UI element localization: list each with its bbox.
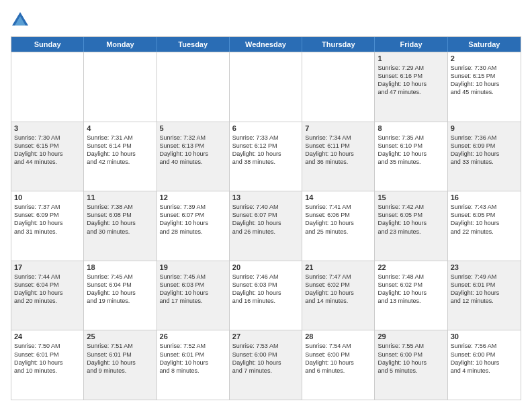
cell-info: Sunrise: 7:41 AMSunset: 6:06 PMDaylight:… [305,203,371,236]
day-cell-6: 6Sunrise: 7:33 AMSunset: 6:12 PMDaylight… [230,122,302,191]
header-day-thursday: Thursday [302,37,375,52]
cell-info: Sunrise: 7:45 AMSunset: 6:03 PMDaylight:… [160,273,226,306]
empty-cell [11,52,84,122]
day-cell-22: 22Sunrise: 7:48 AMSunset: 6:02 PMDayligh… [375,261,447,330]
calendar-row-0: 1Sunrise: 7:29 AMSunset: 6:16 PMDaylight… [11,52,521,122]
header [11,11,521,30]
cell-info: Sunrise: 7:34 AMSunset: 6:11 PMDaylight:… [305,134,371,167]
day-cell-1: 1Sunrise: 7:29 AMSunset: 6:16 PMDaylight… [375,52,447,122]
cell-info: Sunrise: 7:38 AMSunset: 6:08 PMDaylight:… [87,203,153,236]
header-day-saturday: Saturday [448,37,521,52]
day-number: 4 [87,124,153,132]
day-cell-4: 4Sunrise: 7:31 AMSunset: 6:14 PMDaylight… [84,122,157,191]
day-number: 10 [14,193,81,201]
day-number: 11 [87,193,153,201]
cell-info: Sunrise: 7:31 AMSunset: 6:14 PMDaylight:… [87,134,153,167]
day-cell-17: 17Sunrise: 7:44 AMSunset: 6:04 PMDayligh… [11,261,84,330]
day-number: 3 [14,124,81,132]
day-number: 28 [305,332,371,340]
header-day-wednesday: Wednesday [230,37,302,52]
cell-info: Sunrise: 7:56 AMSunset: 6:00 PMDaylight:… [451,342,518,375]
day-cell-16: 16Sunrise: 7:43 AMSunset: 6:05 PMDayligh… [448,191,521,261]
empty-cell [302,52,375,122]
day-number: 25 [87,332,153,340]
day-number: 23 [451,263,518,271]
day-number: 21 [305,263,371,271]
day-number: 2 [451,54,518,62]
empty-cell [157,52,230,122]
day-number: 27 [232,332,299,340]
cell-info: Sunrise: 7:54 AMSunset: 6:00 PMDaylight:… [305,342,371,375]
day-cell-11: 11Sunrise: 7:38 AMSunset: 6:08 PMDayligh… [84,191,157,261]
day-number: 9 [451,124,518,132]
day-cell-5: 5Sunrise: 7:32 AMSunset: 6:13 PMDaylight… [157,122,230,191]
day-cell-19: 19Sunrise: 7:45 AMSunset: 6:03 PMDayligh… [157,261,230,330]
day-cell-9: 9Sunrise: 7:36 AMSunset: 6:09 PMDaylight… [448,122,521,191]
day-cell-13: 13Sunrise: 7:40 AMSunset: 6:07 PMDayligh… [230,191,302,261]
day-number: 8 [378,124,444,132]
day-cell-12: 12Sunrise: 7:39 AMSunset: 6:07 PMDayligh… [157,191,230,261]
day-number: 13 [232,193,299,201]
header-day-sunday: Sunday [11,37,84,52]
day-cell-10: 10Sunrise: 7:37 AMSunset: 6:09 PMDayligh… [11,191,84,261]
day-cell-23: 23Sunrise: 7:49 AMSunset: 6:01 PMDayligh… [448,261,521,330]
day-cell-2: 2Sunrise: 7:30 AMSunset: 6:15 PMDaylight… [448,52,521,122]
cell-info: Sunrise: 7:50 AMSunset: 6:01 PMDaylight:… [14,342,81,375]
cell-info: Sunrise: 7:30 AMSunset: 6:15 PMDaylight:… [451,64,518,97]
day-number: 26 [160,332,226,340]
calendar-body: 1Sunrise: 7:29 AMSunset: 6:16 PMDaylight… [11,52,521,400]
cell-info: Sunrise: 7:49 AMSunset: 6:01 PMDaylight:… [451,273,518,306]
day-number: 30 [451,332,518,340]
calendar: SundayMondayTuesdayWednesdayThursdayFrid… [11,36,521,400]
cell-info: Sunrise: 7:55 AMSunset: 6:00 PMDaylight:… [378,342,444,375]
day-cell-29: 29Sunrise: 7:55 AMSunset: 6:00 PMDayligh… [375,330,447,400]
empty-cell [84,52,157,122]
day-number: 19 [160,263,226,271]
day-number: 7 [305,124,371,132]
cell-info: Sunrise: 7:53 AMSunset: 6:00 PMDaylight:… [232,342,299,375]
day-number: 15 [378,193,444,201]
day-cell-25: 25Sunrise: 7:51 AMSunset: 6:01 PMDayligh… [84,330,157,400]
day-cell-24: 24Sunrise: 7:50 AMSunset: 6:01 PMDayligh… [11,330,84,400]
day-cell-28: 28Sunrise: 7:54 AMSunset: 6:00 PMDayligh… [302,330,375,400]
empty-cell [230,52,302,122]
day-cell-14: 14Sunrise: 7:41 AMSunset: 6:06 PMDayligh… [302,191,375,261]
calendar-header: SundayMondayTuesdayWednesdayThursdayFrid… [11,37,521,52]
day-cell-8: 8Sunrise: 7:35 AMSunset: 6:10 PMDaylight… [375,122,447,191]
cell-info: Sunrise: 7:48 AMSunset: 6:02 PMDaylight:… [378,273,444,306]
cell-info: Sunrise: 7:37 AMSunset: 6:09 PMDaylight:… [14,203,81,236]
day-number: 14 [305,193,371,201]
cell-info: Sunrise: 7:39 AMSunset: 6:07 PMDaylight:… [160,203,226,236]
day-number: 16 [451,193,518,201]
day-number: 5 [160,124,226,132]
cell-info: Sunrise: 7:52 AMSunset: 6:01 PMDaylight:… [160,342,226,375]
page: SundayMondayTuesdayWednesdayThursdayFrid… [0,0,532,411]
header-day-monday: Monday [84,37,157,52]
day-number: 29 [378,332,444,340]
cell-info: Sunrise: 7:30 AMSunset: 6:15 PMDaylight:… [14,134,81,167]
header-day-friday: Friday [375,37,447,52]
cell-info: Sunrise: 7:35 AMSunset: 6:10 PMDaylight:… [378,134,444,167]
calendar-row-1: 3Sunrise: 7:30 AMSunset: 6:15 PMDaylight… [11,122,521,191]
cell-info: Sunrise: 7:40 AMSunset: 6:07 PMDaylight:… [232,203,299,236]
cell-info: Sunrise: 7:36 AMSunset: 6:09 PMDaylight:… [451,134,518,167]
cell-info: Sunrise: 7:32 AMSunset: 6:13 PMDaylight:… [160,134,226,167]
cell-info: Sunrise: 7:42 AMSunset: 6:05 PMDaylight:… [378,203,444,236]
cell-info: Sunrise: 7:47 AMSunset: 6:02 PMDaylight:… [305,273,371,306]
day-cell-20: 20Sunrise: 7:46 AMSunset: 6:03 PMDayligh… [230,261,302,330]
calendar-row-2: 10Sunrise: 7:37 AMSunset: 6:09 PMDayligh… [11,191,521,261]
cell-info: Sunrise: 7:43 AMSunset: 6:05 PMDaylight:… [451,203,518,236]
day-number: 22 [378,263,444,271]
day-number: 1 [378,54,444,62]
cell-info: Sunrise: 7:29 AMSunset: 6:16 PMDaylight:… [378,64,444,97]
day-number: 18 [87,263,153,271]
day-cell-21: 21Sunrise: 7:47 AMSunset: 6:02 PMDayligh… [302,261,375,330]
logo-icon [11,11,30,30]
day-number: 12 [160,193,226,201]
day-number: 24 [14,332,81,340]
calendar-row-3: 17Sunrise: 7:44 AMSunset: 6:04 PMDayligh… [11,261,521,330]
day-cell-15: 15Sunrise: 7:42 AMSunset: 6:05 PMDayligh… [375,191,447,261]
day-number: 6 [232,124,299,132]
day-cell-18: 18Sunrise: 7:45 AMSunset: 6:04 PMDayligh… [84,261,157,330]
logo [11,11,32,30]
